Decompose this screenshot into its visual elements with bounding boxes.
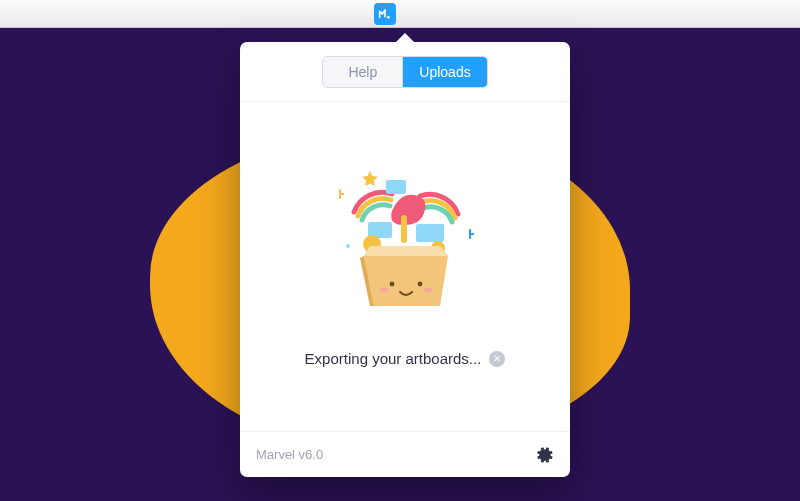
svg-point-1 xyxy=(346,244,350,248)
menubar-app-icon[interactable] xyxy=(374,3,396,25)
popover-panel: Help Uploads xyxy=(240,42,570,477)
gear-icon xyxy=(536,446,554,464)
popover-body: Exporting your artboards... ✕ xyxy=(240,102,570,431)
marvel-logo-icon xyxy=(377,6,393,22)
cancel-export-button[interactable]: ✕ xyxy=(489,351,505,367)
popover-footer: Marvel v6.0 xyxy=(240,431,570,477)
status-row: Exporting your artboards... ✕ xyxy=(305,350,506,367)
segmented-control: Help Uploads xyxy=(322,56,487,88)
settings-button[interactable] xyxy=(536,446,554,464)
svg-rect-5 xyxy=(416,224,444,242)
svg-point-0 xyxy=(387,16,390,19)
status-message: Exporting your artboards... xyxy=(305,350,482,367)
uploads-illustration xyxy=(320,156,490,326)
box-bursting-icon xyxy=(320,156,490,326)
macos-menubar xyxy=(0,0,800,28)
svg-point-8 xyxy=(418,282,423,287)
svg-point-9 xyxy=(380,288,388,293)
version-label: Marvel v6.0 xyxy=(256,447,323,462)
popover-arrow xyxy=(396,33,414,42)
svg-rect-2 xyxy=(386,180,406,194)
tab-uploads[interactable]: Uploads xyxy=(403,57,486,87)
svg-point-7 xyxy=(390,282,395,287)
tab-help[interactable]: Help xyxy=(323,57,403,87)
svg-point-10 xyxy=(424,288,432,293)
tabs-strip: Help Uploads xyxy=(240,42,570,102)
